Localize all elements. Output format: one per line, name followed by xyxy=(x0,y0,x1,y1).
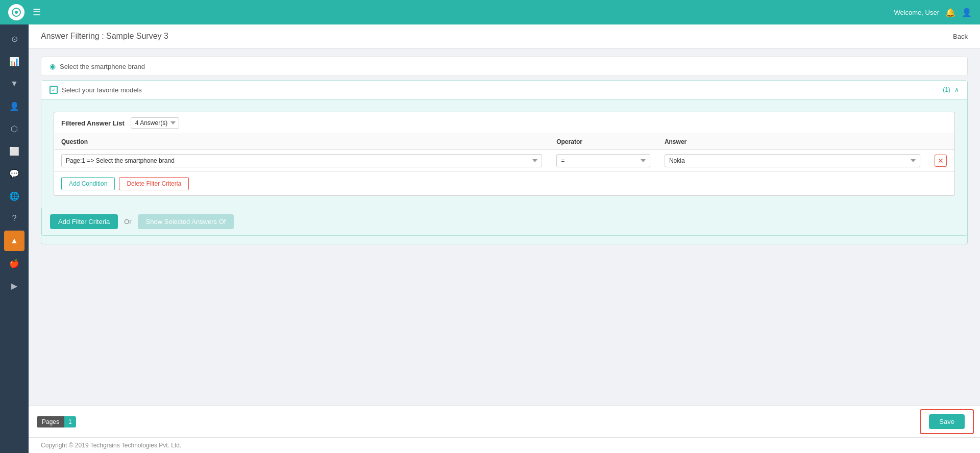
layout: ⊙ 📊 ▼ 👤 ⬡ ⬜ 💬 🌐 ? ▲ 🍎 ▶ Answer Filtering… xyxy=(0,24,980,453)
filtered-answer-container: Filtered Answer List 4 Answer(s) Questio… xyxy=(41,99,967,208)
filter-header-left: Select your favorite models xyxy=(50,86,142,94)
topbar-left: ☰ xyxy=(8,4,41,20)
delete-row-button[interactable]: ✕ xyxy=(935,155,947,167)
sidebar-item-help[interactable]: ? xyxy=(4,208,24,229)
or-text: Or xyxy=(124,218,131,225)
sidebar-item-reports[interactable]: 📊 xyxy=(4,51,24,71)
sidebar-item-layers[interactable]: ⬡ xyxy=(4,118,24,139)
copyright: Copyright © 2019 Techgrains Technologies… xyxy=(29,437,980,453)
bell-icon[interactable]: 🔔 xyxy=(945,8,955,17)
question-2-text: Select your favorite models xyxy=(62,86,142,94)
answer-cell: Nokia xyxy=(657,150,927,172)
checkbox-icon xyxy=(50,86,58,94)
sidebar-item-apple[interactable]: 🍎 xyxy=(4,253,24,273)
filtered-answer-list: Filtered Answer List 4 Answer(s) Questio… xyxy=(54,112,955,196)
answer-count-select[interactable]: 4 Answer(s) xyxy=(131,117,179,129)
sidebar-item-globe[interactable]: 🌐 xyxy=(4,186,24,206)
sidebar-item-square[interactable]: ⬜ xyxy=(4,141,24,161)
sidebar: ⊙ 📊 ▼ 👤 ⬡ ⬜ 💬 🌐 ? ▲ 🍎 ▶ xyxy=(0,24,29,453)
filter-section-header: Select your favorite models (1) ∧ xyxy=(41,81,967,99)
hamburger-icon[interactable]: ☰ xyxy=(33,7,41,18)
question-cell: Page:1 => Select the smartphone brand xyxy=(54,150,549,172)
sidebar-item-chat[interactable]: 💬 xyxy=(4,163,24,184)
condition-table: Question Operator Answer xyxy=(54,134,954,172)
add-filter-criteria-button[interactable]: Add Filter Criteria xyxy=(50,214,118,229)
operator-select[interactable]: = xyxy=(556,154,650,167)
topbar: ☰ Welcome, User 🔔 👤 xyxy=(0,0,980,24)
filtered-list-title: Filtered Answer List xyxy=(61,119,125,127)
page-title: Answer Filtering : Sample Survey 3 xyxy=(41,32,168,41)
add-condition-button[interactable]: Add Condition xyxy=(61,177,115,190)
app-logo xyxy=(8,4,24,20)
footer-save: Save xyxy=(920,409,974,434)
table-row: Page:1 => Select the smartphone brand = xyxy=(54,150,954,172)
filter-count: (1) xyxy=(943,86,950,93)
collapse-icon[interactable]: ∧ xyxy=(954,86,959,93)
show-selected-answers-button[interactable]: Show Selected Answers Of xyxy=(138,214,234,229)
pages-label: Pages xyxy=(37,416,64,427)
sidebar-item-filter[interactable]: ▼ xyxy=(4,73,24,94)
answer-select[interactable]: Nokia xyxy=(665,154,920,167)
content-area: ◉ Select the smartphone brand Select you… xyxy=(29,48,980,406)
action-cell: ✕ xyxy=(927,150,954,172)
operator-cell: = xyxy=(549,150,657,172)
filter-section: Select your favorite models (1) ∧ Filter… xyxy=(41,80,968,244)
question-select[interactable]: Page:1 => Select the smartphone brand xyxy=(61,154,542,167)
col-operator: Operator xyxy=(549,134,657,150)
sidebar-item-dashboard[interactable]: ⊙ xyxy=(4,29,24,49)
copyright-text: Copyright © 2019 Techgrains Technologies… xyxy=(41,442,181,449)
filter-header-right: (1) ∧ xyxy=(943,86,959,93)
save-button[interactable]: Save xyxy=(929,414,965,429)
pages-number: 1 xyxy=(64,416,76,427)
filter-actions: Add Condition Delete Filter Criteria xyxy=(54,172,954,195)
question-1-text: Select the smartphone brand xyxy=(60,63,145,70)
question-1-item: ◉ Select the smartphone brand xyxy=(41,57,968,76)
page-header: Answer Filtering : Sample Survey 3 Back xyxy=(29,24,980,48)
svg-point-1 xyxy=(15,11,18,14)
back-link[interactable]: Back xyxy=(953,33,968,40)
welcome-text: Welcome, User xyxy=(894,9,939,16)
delete-filter-criteria-button[interactable]: Delete Filter Criteria xyxy=(119,177,189,190)
topbar-right: Welcome, User 🔔 👤 xyxy=(894,8,972,17)
main-content: Answer Filtering : Sample Survey 3 Back … xyxy=(29,24,980,453)
radio-icon: ◉ xyxy=(50,62,56,70)
filtered-answer-header: Filtered Answer List 4 Answer(s) xyxy=(54,112,954,134)
footer-bar: Pages 1 Save xyxy=(29,406,980,437)
sidebar-item-users[interactable]: 👤 xyxy=(4,96,24,116)
user-icon[interactable]: 👤 xyxy=(962,8,972,17)
sidebar-item-play[interactable]: ▶ xyxy=(4,275,24,296)
footer-pages: Pages 1 xyxy=(29,412,84,432)
col-answer: Answer xyxy=(657,134,927,150)
filter-controls: Add Filter Criteria Or Show Selected Ans… xyxy=(41,208,967,236)
sidebar-item-alert[interactable]: ▲ xyxy=(4,231,24,251)
col-question: Question xyxy=(54,134,549,150)
col-action xyxy=(927,134,954,150)
